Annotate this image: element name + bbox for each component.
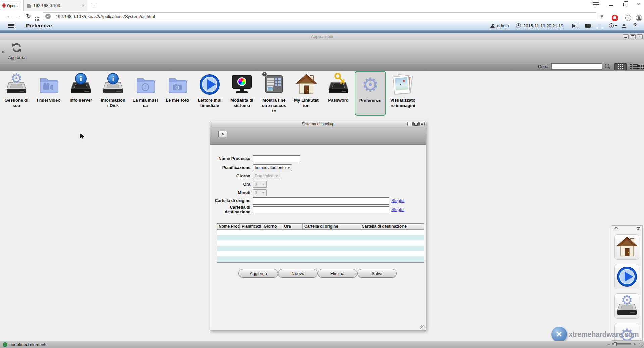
browser-tab[interactable]: 192.168.0.103 × [23, 0, 88, 11]
table-header-cell[interactable]: Pianificazi [240, 224, 262, 229]
app-label: La mia musi ca [129, 98, 161, 108]
app-item[interactable]: Lettore mul timediale [194, 72, 226, 108]
process-name-input[interactable] [253, 155, 300, 162]
eject-icon[interactable] [622, 24, 626, 28]
chevron-down-icon [262, 192, 265, 194]
folder-photo-icon [167, 74, 188, 95]
monitor-color-icon [231, 74, 253, 95]
server-info-icon: i [70, 74, 92, 95]
browser-address-bar: ← → ↻ 192.168.0.103/rtknas2/Applications… [0, 11, 644, 21]
app-label: Modalità di sistema [226, 98, 258, 108]
table-row[interactable] [217, 256, 424, 262]
clock-icon [516, 23, 521, 28]
table-header-cell[interactable]: Cartella di origine [303, 224, 360, 229]
app-item[interactable]: Password [322, 72, 355, 103]
page-favicon-icon [27, 4, 31, 8]
app-item[interactable]: iInformazion i Disk [97, 72, 129, 108]
day-select[interactable]: Domenica [253, 173, 280, 179]
forward-icon[interactable]: → [16, 11, 21, 21]
refresh-button[interactable]: Aggiorna [238, 269, 278, 278]
help-icon[interactable]: ? [633, 21, 637, 30]
zoom-slider[interactable] [612, 343, 631, 345]
dialog-close-button[interactable]: X [419, 122, 425, 126]
close-badge-icon[interactable]: × [262, 72, 267, 77]
disk-gear-icon: ⚙ [616, 295, 638, 317]
table-row[interactable] [217, 240, 424, 246]
remote-screen-icon[interactable] [572, 24, 578, 28]
chevron-down-icon [287, 167, 290, 169]
tab-close-icon[interactable]: × [82, 3, 84, 8]
opera-menu-button[interactable]: Opera [1, 1, 19, 10]
new-tab-button[interactable]: + [92, 2, 96, 8]
new-button[interactable]: Nuovo [278, 269, 318, 278]
zoom-slider-handle[interactable] [614, 342, 617, 346]
app-item[interactable]: ⚙Preferenze [355, 71, 386, 116]
dock-item[interactable] [614, 264, 639, 289]
dialog-back-button[interactable]: < [218, 131, 227, 137]
page-security-icon[interactable] [45, 14, 51, 19]
gear-icon: ⚙ [360, 74, 381, 96]
svg-text:♪: ♪ [144, 84, 147, 90]
reload-icon[interactable]: ↻ [26, 11, 31, 21]
app-item[interactable]: Le mie foto [161, 72, 194, 103]
table-header-cell[interactable]: Ora [282, 224, 303, 229]
window-minimize-button[interactable] [609, 5, 613, 6]
table-row[interactable] [217, 246, 424, 251]
house-icon [616, 236, 638, 258]
zoom-in-icon[interactable]: + [633, 342, 636, 347]
app-item[interactable]: My LinkStat ion [290, 72, 322, 108]
table-row[interactable] [217, 235, 424, 240]
backup-dialog: Sistema di backup X < Nome Processo Pian… [210, 121, 426, 330]
dest-folder-label: Cartella di destinazione [210, 205, 253, 214]
dialog-maximize-button[interactable] [413, 122, 419, 126]
info-icon[interactable]: i [609, 23, 614, 28]
folder-video-icon [38, 74, 59, 95]
dialog-resize-grip[interactable] [420, 325, 425, 329]
status-info-icon: i [3, 342, 7, 347]
app-item[interactable]: Visualizzato re immagini [387, 72, 419, 108]
dock-collapse-icon[interactable] [637, 227, 640, 231]
schedule-select[interactable]: Immediatamente [253, 164, 292, 171]
zoom-out-icon[interactable]: − [607, 342, 610, 347]
status-message: undefined elementi. [9, 342, 47, 347]
table-header-cell[interactable]: Cartella di destinazione [360, 224, 424, 229]
dock-undo-icon[interactable]: ↶ [614, 226, 618, 231]
minutes-select[interactable]: 0 [253, 189, 267, 196]
play-icon [616, 266, 638, 287]
dest-browse-link[interactable]: Sfoglia [391, 207, 404, 212]
download-icon[interactable] [598, 23, 602, 28]
hour-select[interactable]: 0 [253, 181, 267, 188]
table-row[interactable] [217, 251, 424, 256]
app-item[interactable]: ×Mostra fine stre nascos te [258, 72, 290, 114]
source-folder-input[interactable] [253, 197, 389, 205]
table-header-cell[interactable]: Nome Proc [217, 224, 240, 229]
statusbar-resize-grip[interactable] [639, 343, 643, 347]
watermark-text: xtremehardware.com [569, 330, 639, 339]
delete-button[interactable]: Elimina [318, 269, 357, 278]
device-icon[interactable] [585, 24, 591, 28]
table-header-cell[interactable]: Giorno [262, 224, 282, 229]
dest-folder-input[interactable] [253, 206, 389, 213]
save-button[interactable]: Salva [357, 269, 397, 278]
app-label: Preferenze [355, 98, 385, 103]
bookmark-heart-icon[interactable]: ♥ [600, 11, 603, 21]
app-item[interactable]: I miei video [33, 72, 65, 103]
app-item[interactable]: Modalità di sistema [226, 72, 258, 108]
app-item[interactable]: iInfo server [65, 72, 97, 103]
menu-hamburger-icon[interactable] [8, 24, 14, 28]
app-item[interactable]: ♪La mia musi ca [129, 72, 161, 108]
window-restore-button[interactable] [623, 3, 627, 6]
url-field[interactable]: 192.168.0.103/rtknas2/Applications/Syste… [43, 12, 596, 20]
back-icon[interactable]: ← [7, 11, 12, 21]
folder-music-icon: ♪ [135, 74, 156, 95]
source-browse-link[interactable]: Sfoglia [391, 198, 404, 203]
dock-item[interactable]: ⚙ [614, 293, 639, 319]
password-key-icon [328, 74, 349, 95]
dialog-minimize-button[interactable] [407, 122, 413, 126]
dialog-toolbar: < [210, 127, 426, 145]
table-row[interactable] [217, 230, 424, 235]
browser-customize-icon[interactable] [593, 2, 599, 6]
window-close-button[interactable]: × [637, 2, 640, 7]
dock-item[interactable] [614, 234, 639, 260]
app-item[interactable]: ⚙Gestione di sco [0, 72, 33, 108]
